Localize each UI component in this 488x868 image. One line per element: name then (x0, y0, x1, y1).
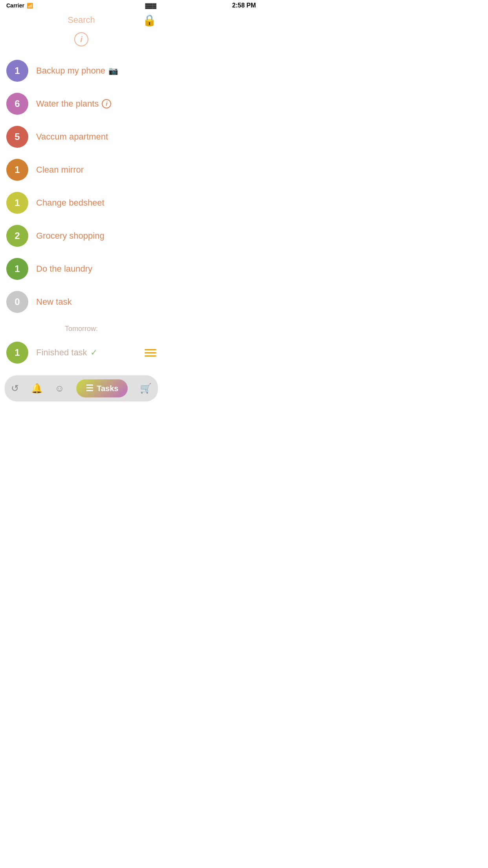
bell-icon[interactable]: 🔔 (31, 383, 43, 394)
finished-task-content: Finished task✓ (36, 348, 137, 358)
list-item[interactable]: 1Change bedsheet (6, 186, 156, 219)
task-text: Vaccum apartment (36, 132, 108, 142)
battery-icon: ▓▓▓ (145, 3, 156, 9)
list-item[interactable]: 1Do the laundry (6, 252, 156, 285)
task-content: New task (36, 297, 156, 307)
task-badge: 1 (6, 258, 28, 280)
search-area: Search 🔒 (0, 10, 163, 28)
status-left: Carrier 📶 (6, 2, 33, 9)
task-badge: 1 (6, 60, 28, 82)
list-item[interactable]: 5Vaccum apartment (6, 120, 156, 153)
task-badge: 0 (6, 291, 28, 313)
task-text: Change bedsheet (36, 198, 105, 208)
task-badge: 2 (6, 225, 28, 247)
task-badge: 6 (6, 93, 28, 115)
status-bar: Carrier 📶 2:58 PM ▓▓▓ (0, 0, 163, 10)
task-text: Grocery shopping (36, 231, 105, 241)
list-item[interactable]: 0New task (6, 285, 156, 318)
info-area: i (0, 28, 163, 54)
task-text: Backup my phone (36, 66, 105, 76)
task-content: Grocery shopping (36, 231, 156, 241)
finished-task-text: Finished task (36, 348, 87, 358)
checkmark-icon: ✓ (90, 348, 97, 358)
task-content: Water the plantsi (36, 99, 156, 109)
task-content: Backup my phone📷 (36, 66, 156, 76)
task-badge: 1 (6, 192, 28, 214)
task-text: New task (36, 297, 72, 307)
smiley-icon[interactable]: ☺ (55, 383, 64, 394)
list-item[interactable]: 6Water the plantsi (6, 87, 156, 120)
list-item[interactable]: 2Grocery shopping (6, 219, 156, 252)
refresh-icon[interactable]: ↺ (11, 383, 19, 394)
wifi-icon: 📶 (27, 3, 33, 9)
search-placeholder[interactable]: Search (6, 15, 156, 25)
task-list: 1Backup my phone📷6Water the plantsi5Vacc… (0, 54, 163, 369)
task-camera-icon: 📷 (108, 66, 118, 75)
tasks-tab-label: Tasks (97, 384, 118, 393)
task-content: Do the laundry (36, 264, 156, 274)
tasks-tab-icon: ☰ (86, 383, 94, 394)
cart-icon[interactable]: 🛒 (140, 383, 152, 394)
info-icon[interactable]: i (74, 32, 88, 46)
task-badge: 5 (6, 126, 28, 148)
tomorrow-label: Tomorrow: (6, 318, 156, 336)
task-info-icon[interactable]: i (102, 99, 111, 108)
task-content: Clean mirror (36, 165, 156, 175)
task-badge: 1 (6, 159, 28, 181)
list-item[interactable]: 1Backup my phone📷 (6, 54, 156, 87)
tasks-tab[interactable]: ☰ Tasks (76, 379, 128, 397)
lock-icon[interactable]: 🔒 (143, 14, 156, 27)
list-item[interactable]: 1Clean mirror (6, 153, 156, 186)
task-content: Vaccum apartment (36, 132, 156, 142)
task-content: Change bedsheet (36, 198, 156, 208)
carrier-label: Carrier (6, 2, 24, 9)
tab-bar: ↺ 🔔 ☺ ☰ Tasks 🛒 (5, 375, 158, 401)
hamburger-icon[interactable] (145, 349, 156, 357)
finished-task-item[interactable]: 1Finished task✓ (6, 336, 156, 369)
finished-task-badge: 1 (6, 342, 28, 364)
task-text: Water the plants (36, 99, 99, 109)
task-text: Do the laundry (36, 264, 92, 274)
task-text: Clean mirror (36, 165, 84, 175)
